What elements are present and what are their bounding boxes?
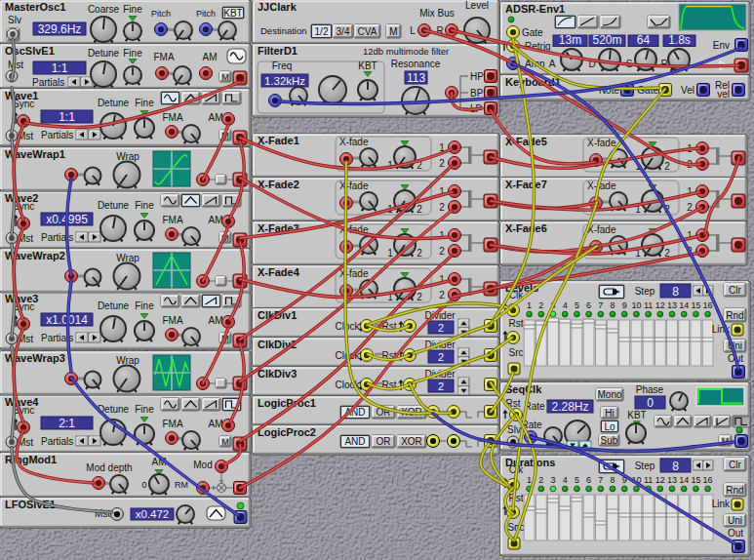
svg-text:Env: Env (713, 40, 730, 51)
svg-text:Rnd: Rnd (726, 310, 743, 321)
svg-text:2: 2 (439, 202, 445, 213)
svg-text:AM: AM (209, 315, 223, 326)
svg-text:Partials: Partials (41, 130, 73, 140)
svg-text:HP: HP (470, 71, 484, 82)
svg-text:1:1: 1:1 (59, 110, 75, 124)
svg-text:X-fade: X-fade (339, 137, 369, 147)
svg-text:Step: Step (635, 460, 655, 471)
svg-text:2:1: 2:1 (59, 417, 75, 430)
svg-text:Detune: Detune (88, 48, 120, 59)
svg-text:Detune: Detune (98, 300, 130, 311)
svg-text:Clr: Clr (729, 460, 741, 470)
svg-text:13: 13 (667, 300, 677, 310)
svg-text:2: 2 (417, 204, 422, 215)
svg-text:FMA: FMA (162, 112, 182, 123)
svg-text:Slv: Slv (507, 424, 521, 435)
svg-text:Partials: Partials (32, 77, 64, 88)
svg-text:Fine: Fine (135, 300, 154, 311)
svg-text:X-fade: X-fade (339, 180, 369, 191)
svg-text:3: 3 (550, 475, 555, 485)
svg-text:AM: AM (209, 419, 223, 429)
svg-text:Step: Step (635, 286, 655, 297)
svg-text:6: 6 (586, 300, 591, 310)
svg-text:2: 2 (438, 322, 444, 334)
svg-text:AM: AM (203, 52, 218, 62)
svg-text:64: 64 (637, 33, 651, 47)
svg-text:X-Fade1: X-Fade1 (258, 135, 299, 146)
svg-text:1.8s: 1.8s (668, 33, 691, 47)
svg-text:AM: AM (209, 112, 223, 123)
svg-text:ClkDiv3: ClkDiv3 (258, 368, 297, 380)
svg-text:Coarse: Coarse (88, 4, 120, 15)
svg-text:Phase: Phase (636, 384, 664, 395)
svg-text:Sync: Sync (13, 99, 34, 109)
svg-text:1.32kHz: 1.32kHz (264, 75, 305, 87)
svg-text:8: 8 (672, 285, 679, 299)
svg-text:2: 2 (439, 290, 445, 300)
svg-text:11: 11 (644, 300, 653, 310)
svg-text:Mod depth: Mod depth (86, 462, 132, 473)
svg-text:Rnd: Rnd (726, 485, 743, 496)
svg-text:Rst: Rst (509, 493, 524, 503)
svg-text:AND: AND (344, 436, 365, 447)
svg-text:Pitch: Pitch (196, 9, 216, 19)
svg-text:CVA: CVA (358, 26, 377, 37)
svg-text:6: 6 (586, 475, 591, 485)
svg-text:7: 7 (598, 300, 603, 310)
svg-text:Link: Link (712, 499, 731, 509)
svg-text:0: 0 (141, 480, 146, 490)
svg-text:BP: BP (470, 88, 484, 99)
svg-text:9: 9 (622, 300, 627, 310)
svg-text:FilterD1: FilterD1 (258, 45, 298, 57)
svg-text:LogicProc1: LogicProc1 (258, 397, 316, 409)
svg-text:Slv: Slv (8, 15, 21, 25)
svg-text:4: 4 (563, 475, 568, 485)
svg-text:10: 10 (631, 300, 641, 310)
svg-text:X-fade: X-fade (587, 138, 616, 148)
svg-text:2: 2 (439, 246, 445, 257)
svg-text:Mono: Mono (597, 389, 621, 400)
svg-text:Wrap: Wrap (116, 253, 139, 263)
svg-text:FMA: FMA (162, 215, 182, 225)
svg-text:14: 14 (679, 475, 689, 485)
svg-text:15: 15 (691, 300, 700, 310)
svg-text:X-fade: X-fade (587, 180, 616, 191)
svg-text:X-Fade6: X-Fade6 (505, 222, 547, 234)
svg-text:8: 8 (672, 460, 679, 473)
svg-text:XOR: XOR (401, 436, 422, 447)
svg-text:Fine: Fine (123, 48, 142, 59)
svg-text:vel: vel (717, 89, 730, 100)
svg-text:5: 5 (575, 475, 579, 485)
svg-text:2: 2 (438, 380, 444, 392)
svg-text:X-Fade4: X-Fade4 (258, 266, 300, 278)
svg-text:13: 13 (667, 475, 677, 485)
svg-text:KBT: KBT (627, 410, 646, 420)
svg-text:1:1: 1:1 (52, 61, 68, 75)
svg-text:Fine: Fine (135, 98, 154, 108)
svg-text:1: 1 (387, 248, 393, 259)
svg-text:Level: Level (465, 0, 489, 11)
svg-text:X-Fade7: X-Fade7 (505, 179, 547, 190)
svg-text:KBT: KBT (358, 60, 377, 71)
svg-text:Src: Src (509, 347, 524, 358)
svg-text:Mod: Mod (193, 460, 212, 470)
svg-text:15: 15 (691, 475, 700, 485)
svg-text:14: 14 (679, 300, 689, 310)
svg-text:2.28Hz: 2.28Hz (551, 400, 588, 414)
svg-text:520m: 520m (592, 33, 621, 47)
svg-text:OR: OR (377, 436, 391, 447)
svg-text:2: 2 (538, 300, 543, 310)
svg-text:KBT: KBT (223, 8, 242, 19)
svg-text:Lo: Lo (604, 421, 615, 432)
svg-text:2: 2 (438, 351, 444, 363)
svg-text:Vel: Vel (681, 85, 694, 96)
svg-text:Wrap: Wrap (116, 355, 139, 366)
svg-text:Gate: Gate (522, 27, 543, 38)
svg-text:0: 0 (647, 396, 654, 410)
svg-text:FMA: FMA (162, 315, 182, 326)
svg-text:M: M (221, 72, 229, 82)
svg-text:11: 11 (644, 475, 653, 485)
svg-text:ADSR-Env1: ADSR-Env1 (505, 3, 565, 15)
svg-text:Sub: Sub (601, 435, 618, 446)
svg-text:AM: AM (209, 215, 223, 225)
